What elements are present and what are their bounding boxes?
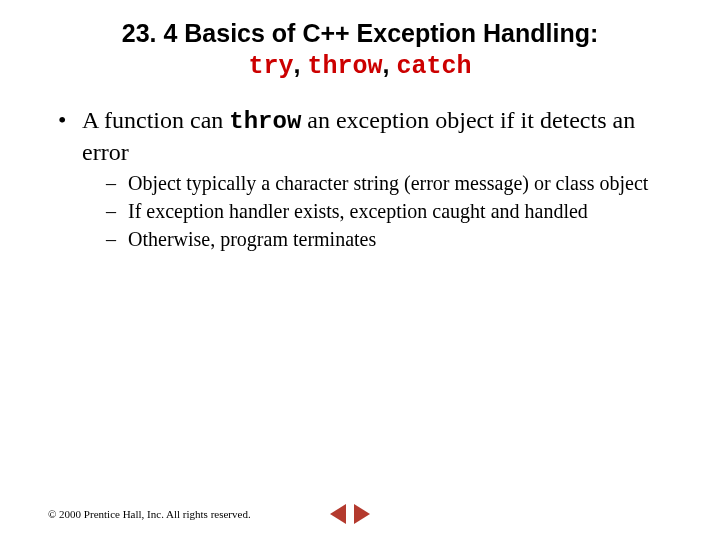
title-text: 23. 4 Basics of C++ Exception Handling: [122, 19, 599, 47]
nav-controls [330, 504, 370, 524]
copyright-footer: © 2000 Prentice Hall, Inc. All rights re… [48, 508, 251, 520]
next-arrow-icon[interactable] [354, 504, 370, 524]
sub-bullet-c: Otherwise, program terminates [106, 227, 672, 252]
slide-title: 23. 4 Basics of C++ Exception Handling: … [48, 18, 672, 83]
bullet-list: A function can throw an exception object… [48, 105, 672, 252]
bullet-l1-pre: A function can [82, 107, 229, 133]
title-code-try: try [249, 52, 294, 81]
title-sep1: , [294, 50, 308, 78]
title-sep2: , [383, 50, 397, 78]
bullet-l1: A function can throw an exception object… [58, 105, 672, 252]
slide: 23. 4 Basics of C++ Exception Handling: … [0, 0, 720, 540]
sub-bullet-list: Object typically a character string (err… [82, 171, 672, 252]
prev-arrow-icon[interactable] [330, 504, 346, 524]
title-code-throw: throw [307, 52, 382, 81]
sub-bullet-b: If exception handler exists, exception c… [106, 199, 672, 224]
sub-bullet-a: Object typically a character string (err… [106, 171, 672, 196]
bullet-l1-keyword: throw [229, 108, 301, 135]
title-code-catch: catch [396, 52, 471, 81]
